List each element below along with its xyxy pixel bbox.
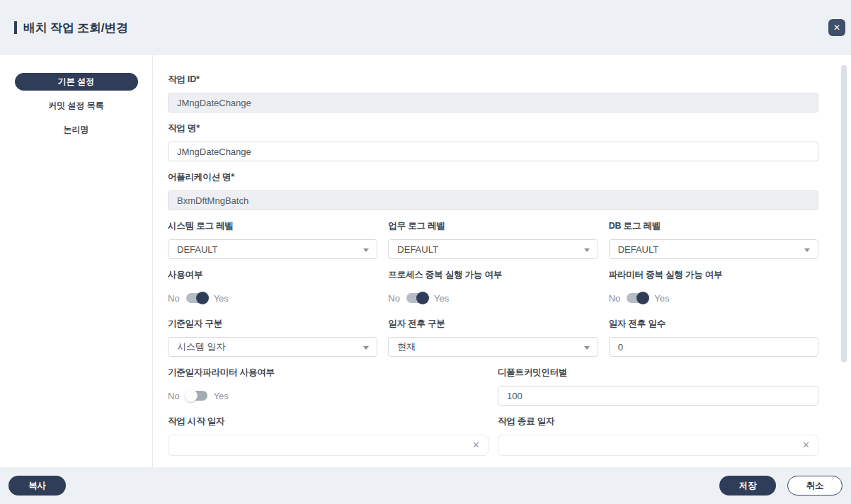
field-biz-log-level: 업무 로그 레벨 DEFAULT (388, 220, 598, 259)
app-name-input[interactable] (168, 190, 818, 210)
toggle-row-1: 사용여부 No Yes 프로세스 중복 실행 가능 여부 No Yes (168, 269, 818, 308)
process-dup-exec-toggle[interactable] (406, 293, 428, 303)
job-name-input[interactable] (168, 142, 818, 161)
system-log-level-select[interactable]: DEFAULT (168, 239, 377, 259)
toggle-yes-label: Yes (654, 293, 669, 304)
sidebar-item-commit-settings-list[interactable]: 커밋 설정 목록 (15, 97, 138, 115)
commit-row: 기준일자파라미터 사용여부 No Yes 디폴트커밋인터벌 (168, 367, 818, 406)
sidebar: 기본 설정 커밋 설정 목록 논리명 (0, 55, 153, 467)
chevron-down-icon (363, 346, 369, 350)
toggle-no-label: No (168, 293, 180, 304)
field-default-commit-interval: 디폴트커밋인터벌 (498, 367, 818, 406)
field-job-id: 작업 ID* (168, 74, 818, 113)
field-job-end-date: 작업 종료 일자 ✕ (498, 416, 818, 456)
dialog-footer: 복사 저장 취소 (0, 467, 851, 504)
toggle-yes-label: Yes (214, 293, 229, 304)
title-accent-bar (14, 21, 17, 34)
base-date-row: 기준일자 구분 시스템 일자 일자 전후 구분 현재 일자 전후 일수 (168, 318, 818, 357)
clear-icon[interactable]: ✕ (802, 440, 810, 451)
toggle-yes-label: Yes (214, 391, 229, 401)
job-end-date-label: 작업 종료 일자 (498, 416, 818, 428)
job-id-label: 작업 ID* (168, 74, 818, 86)
biz-log-level-label: 업무 로그 레벨 (388, 220, 598, 232)
toggle-no-label: No (168, 391, 180, 401)
base-date-param-use-label: 기준일자파라미터 사용여부 (168, 367, 489, 379)
toggle-no-label: No (388, 293, 400, 304)
field-use-yn: 사용여부 No Yes (168, 269, 377, 308)
toggle-knob (636, 292, 649, 304)
page-title: 배치 작업 조회/변경 (23, 20, 128, 36)
job-end-date-input[interactable] (498, 435, 818, 456)
date-offset-type-select[interactable]: 현재 (388, 337, 598, 357)
date-offset-days-label: 일자 전후 일수 (609, 318, 818, 330)
db-log-level-value: DEFAULT (618, 244, 659, 255)
batch-job-dialog: 배치 작업 조회/변경 ✕ 기본 설정 커밋 설정 목록 논리명 작업 ID* … (0, 0, 851, 504)
date-offset-type-value: 현재 (397, 340, 416, 353)
toggle-no-label: No (609, 293, 621, 304)
db-log-level-select[interactable]: DEFAULT (609, 239, 818, 259)
date-offset-type-label: 일자 전후 구분 (388, 318, 598, 330)
field-base-date-param-use: 기준일자파라미터 사용여부 No Yes (168, 367, 489, 406)
date-range-row: 작업 시작 일자 ✕ 작업 종료 일자 ✕ (168, 416, 818, 456)
field-job-start-date: 작업 시작 일자 ✕ (168, 416, 489, 456)
toggle-knob (416, 292, 429, 304)
job-start-date-label: 작업 시작 일자 (168, 416, 489, 428)
chevron-down-icon (804, 248, 810, 252)
job-id-input[interactable] (168, 93, 818, 113)
field-process-dup-exec: 프로세스 중복 실행 가능 여부 No Yes (388, 269, 598, 308)
datasource-allowlist-row: 데이터소스 허용목록 (168, 466, 818, 467)
chevron-down-icon (584, 346, 590, 350)
form-content: 작업 ID* 작업 명* 어플리케이션 명* 시스템 로그 레벨 DEFAULT (153, 55, 851, 467)
use-yn-label: 사용여부 (168, 269, 377, 281)
date-offset-days-input[interactable] (609, 337, 818, 357)
log-level-row: 시스템 로그 레벨 DEFAULT 업무 로그 레벨 DEFAULT DB 로그… (168, 220, 818, 259)
default-commit-interval-label: 디폴트커밋인터벌 (498, 367, 818, 379)
vertical-scrollbar[interactable] (841, 65, 847, 362)
close-button[interactable]: ✕ (828, 19, 845, 36)
toggle-knob (185, 389, 198, 402)
param-dup-exec-label: 파라미터 중복 실행 가능 여부 (609, 269, 818, 281)
close-icon: ✕ (833, 23, 840, 33)
dialog-body: 기본 설정 커밋 설정 목록 논리명 작업 ID* 작업 명* 어플리케이션 명… (0, 55, 851, 467)
cancel-button[interactable]: 취소 (787, 476, 843, 496)
job-name-label: 작업 명* (168, 122, 818, 134)
chevron-down-icon (584, 248, 590, 252)
biz-log-level-value: DEFAULT (397, 244, 438, 255)
toggle-knob (196, 292, 209, 304)
field-param-dup-exec: 파라미터 중복 실행 가능 여부 No Yes (609, 269, 818, 308)
system-log-level-label: 시스템 로그 레벨 (168, 220, 377, 232)
base-date-type-value: 시스템 일자 (177, 340, 226, 353)
param-dup-exec-toggle[interactable] (627, 293, 648, 303)
base-date-type-label: 기준일자 구분 (168, 318, 377, 330)
clear-icon[interactable]: ✕ (472, 440, 480, 451)
db-log-level-label: DB 로그 레벨 (609, 220, 818, 232)
base-date-param-use-toggle[interactable] (186, 391, 207, 401)
toggle-yes-label: Yes (434, 293, 449, 304)
field-date-offset-type: 일자 전후 구분 현재 (388, 318, 598, 357)
app-name-label: 어플리케이션 명* (168, 171, 818, 183)
copy-button[interactable]: 복사 (8, 476, 66, 496)
field-system-log-level: 시스템 로그 레벨 DEFAULT (168, 220, 377, 259)
biz-log-level-select[interactable]: DEFAULT (388, 239, 598, 259)
base-date-type-select[interactable]: 시스템 일자 (168, 337, 377, 357)
process-dup-exec-label: 프로세스 중복 실행 가능 여부 (388, 269, 598, 281)
datasource-allowlist-label: 데이터소스 허용목록 (168, 466, 249, 467)
field-app-name: 어플리케이션 명* (168, 171, 818, 210)
sidebar-item-logical-name[interactable]: 논리명 (15, 121, 138, 139)
save-button[interactable]: 저장 (719, 476, 776, 496)
field-job-name: 작업 명* (168, 122, 818, 161)
dialog-header: 배치 작업 조회/변경 ✕ (0, 0, 851, 55)
default-commit-interval-input[interactable] (498, 386, 818, 406)
field-base-date-type: 기준일자 구분 시스템 일자 (168, 318, 377, 357)
system-log-level-value: DEFAULT (177, 244, 218, 255)
sidebar-item-basic-settings[interactable]: 기본 설정 (15, 73, 138, 91)
chevron-down-icon (363, 248, 369, 252)
field-db-log-level: DB 로그 레벨 DEFAULT (609, 220, 818, 259)
use-yn-toggle[interactable] (186, 293, 207, 303)
job-start-date-input[interactable] (168, 435, 489, 456)
field-date-offset-days: 일자 전후 일수 (609, 318, 818, 357)
